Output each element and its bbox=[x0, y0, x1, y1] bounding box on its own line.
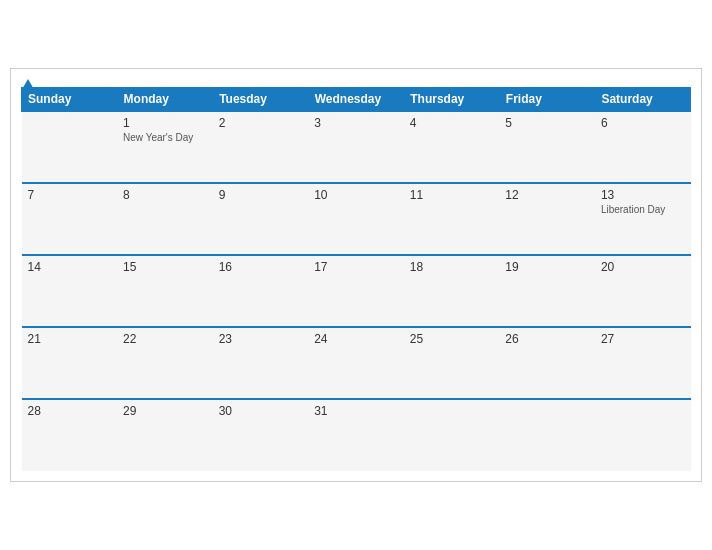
day-number: 10 bbox=[314, 188, 398, 202]
calendar-container: SundayMondayTuesdayWednesdayThursdayFrid… bbox=[10, 68, 702, 482]
calendar-cell: 29 bbox=[117, 399, 213, 471]
calendar-cell: 6 bbox=[595, 111, 691, 183]
logo-blue-text bbox=[21, 79, 37, 91]
calendar-cell: 19 bbox=[499, 255, 595, 327]
calendar-header-row: SundayMondayTuesdayWednesdayThursdayFrid… bbox=[22, 88, 691, 112]
logo-triangle-icon bbox=[21, 79, 35, 91]
day-number: 9 bbox=[219, 188, 303, 202]
day-number: 7 bbox=[28, 188, 112, 202]
day-number: 30 bbox=[219, 404, 303, 418]
calendar-cell: 12 bbox=[499, 183, 595, 255]
weekday-header-tuesday: Tuesday bbox=[213, 88, 309, 112]
calendar-cell: 20 bbox=[595, 255, 691, 327]
day-number: 5 bbox=[505, 116, 589, 130]
day-number: 13 bbox=[601, 188, 685, 202]
weekday-header-friday: Friday bbox=[499, 88, 595, 112]
day-number: 2 bbox=[219, 116, 303, 130]
calendar-cell: 5 bbox=[499, 111, 595, 183]
calendar-cell: 4 bbox=[404, 111, 500, 183]
calendar-week-row: 1New Year's Day23456 bbox=[22, 111, 691, 183]
day-number: 6 bbox=[601, 116, 685, 130]
calendar-cell: 23 bbox=[213, 327, 309, 399]
day-number: 16 bbox=[219, 260, 303, 274]
day-number: 28 bbox=[28, 404, 112, 418]
calendar-cell: 13Liberation Day bbox=[595, 183, 691, 255]
day-number: 24 bbox=[314, 332, 398, 346]
day-event: New Year's Day bbox=[123, 132, 207, 143]
calendar-cell: 28 bbox=[22, 399, 118, 471]
calendar-cell: 30 bbox=[213, 399, 309, 471]
calendar-cell: 16 bbox=[213, 255, 309, 327]
day-number: 17 bbox=[314, 260, 398, 274]
day-number: 15 bbox=[123, 260, 207, 274]
day-number: 11 bbox=[410, 188, 494, 202]
day-number: 8 bbox=[123, 188, 207, 202]
calendar-cell: 7 bbox=[22, 183, 118, 255]
calendar-cell: 11 bbox=[404, 183, 500, 255]
calendar-cell: 25 bbox=[404, 327, 500, 399]
day-number: 22 bbox=[123, 332, 207, 346]
calendar-body: 1New Year's Day2345678910111213Liberatio… bbox=[22, 111, 691, 471]
weekday-header-thursday: Thursday bbox=[404, 88, 500, 112]
day-number: 23 bbox=[219, 332, 303, 346]
day-number: 12 bbox=[505, 188, 589, 202]
calendar-cell: 10 bbox=[308, 183, 404, 255]
calendar-cell: 8 bbox=[117, 183, 213, 255]
calendar-cell bbox=[499, 399, 595, 471]
calendar-cell: 15 bbox=[117, 255, 213, 327]
weekday-header-sunday: Sunday bbox=[22, 88, 118, 112]
calendar-cell: 21 bbox=[22, 327, 118, 399]
day-number: 20 bbox=[601, 260, 685, 274]
calendar-cell: 14 bbox=[22, 255, 118, 327]
day-number: 19 bbox=[505, 260, 589, 274]
calendar-cell: 3 bbox=[308, 111, 404, 183]
calendar-week-row: 28293031 bbox=[22, 399, 691, 471]
calendar-cell: 18 bbox=[404, 255, 500, 327]
calendar-cell: 9 bbox=[213, 183, 309, 255]
weekday-header-saturday: Saturday bbox=[595, 88, 691, 112]
day-number: 27 bbox=[601, 332, 685, 346]
calendar-cell bbox=[22, 111, 118, 183]
day-number: 3 bbox=[314, 116, 398, 130]
day-number: 25 bbox=[410, 332, 494, 346]
day-event: Liberation Day bbox=[601, 204, 685, 215]
day-number: 21 bbox=[28, 332, 112, 346]
logo bbox=[21, 79, 37, 91]
calendar-cell: 22 bbox=[117, 327, 213, 399]
day-number: 26 bbox=[505, 332, 589, 346]
calendar-grid: SundayMondayTuesdayWednesdayThursdayFrid… bbox=[21, 87, 691, 471]
calendar-cell bbox=[595, 399, 691, 471]
day-number: 4 bbox=[410, 116, 494, 130]
weekday-header-wednesday: Wednesday bbox=[308, 88, 404, 112]
weekday-header-monday: Monday bbox=[117, 88, 213, 112]
calendar-week-row: 14151617181920 bbox=[22, 255, 691, 327]
day-number: 18 bbox=[410, 260, 494, 274]
calendar-cell: 31 bbox=[308, 399, 404, 471]
calendar-cell: 17 bbox=[308, 255, 404, 327]
calendar-cell: 27 bbox=[595, 327, 691, 399]
calendar-cell: 2 bbox=[213, 111, 309, 183]
calendar-week-row: 78910111213Liberation Day bbox=[22, 183, 691, 255]
day-number: 31 bbox=[314, 404, 398, 418]
calendar-cell: 24 bbox=[308, 327, 404, 399]
calendar-cell: 26 bbox=[499, 327, 595, 399]
day-number: 29 bbox=[123, 404, 207, 418]
calendar-cell: 1New Year's Day bbox=[117, 111, 213, 183]
calendar-week-row: 21222324252627 bbox=[22, 327, 691, 399]
day-number: 14 bbox=[28, 260, 112, 274]
day-number: 1 bbox=[123, 116, 207, 130]
calendar-cell bbox=[404, 399, 500, 471]
